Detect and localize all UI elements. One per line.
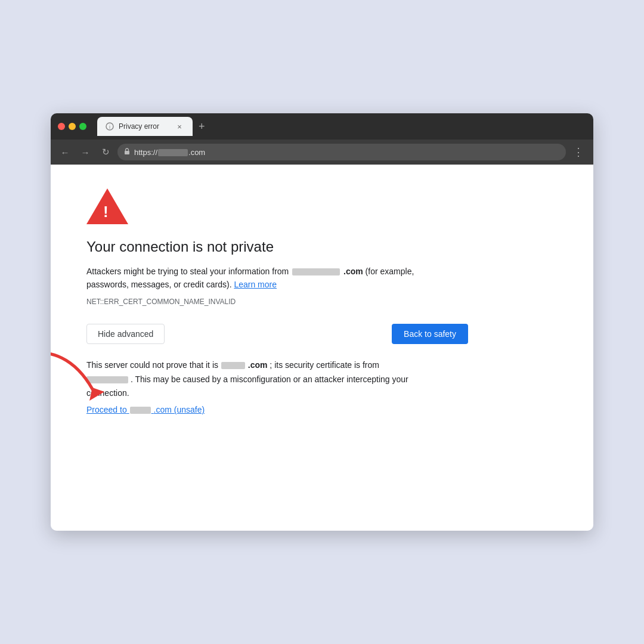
browser-menu-button[interactable]: ⋮ — [569, 143, 587, 161]
warning-icon: ! — [86, 188, 558, 227]
svg-text:i: i — [109, 124, 110, 130]
page-content: ! Your connection is not private Attacke… — [51, 165, 593, 531]
svg-rect-2 — [125, 151, 129, 154]
advanced-section: This server could not prove that it is .… — [86, 358, 444, 417]
url-redacted — [158, 149, 188, 156]
advanced-text: This server could not prove that it is .… — [86, 358, 444, 401]
new-tab-button[interactable]: + — [195, 119, 209, 134]
maximize-traffic-light[interactable] — [79, 123, 86, 130]
title-bar: i Privacy error × + — [51, 113, 593, 140]
browser-window: i Privacy error × + ← → ↻ — [51, 113, 593, 531]
server-domain-redacted — [221, 362, 245, 369]
domain-redacted — [292, 268, 340, 275]
forward-button[interactable]: → — [77, 144, 94, 160]
proceed-domain-redacted — [130, 407, 151, 414]
tab-favicon-icon: i — [106, 122, 114, 131]
tab-label: Privacy error — [119, 122, 170, 131]
learn-more-link[interactable]: Learn more — [234, 280, 277, 289]
red-arrow — [51, 347, 113, 411]
hide-advanced-button[interactable]: Hide advanced — [86, 324, 165, 344]
close-traffic-light[interactable] — [58, 123, 65, 130]
tab-bar: i Privacy error × + — [97, 117, 586, 136]
domain-suffix: .com — [343, 267, 363, 276]
minimize-traffic-light[interactable] — [69, 123, 76, 130]
back-to-safety-button[interactable]: Back to safety — [392, 324, 468, 344]
advanced-domain: .com — [248, 360, 268, 370]
traffic-lights — [58, 123, 86, 130]
lock-icon — [123, 147, 131, 157]
exclamation-mark: ! — [103, 204, 109, 219]
description-part1: Attackers might be trying to steal your … — [86, 267, 289, 276]
page-title: Your connection is not private — [86, 239, 558, 255]
address-bar[interactable]: https://.com — [117, 144, 566, 160]
page-description: Attackers might be trying to steal your … — [86, 265, 444, 292]
tab-close-button[interactable]: × — [175, 122, 184, 131]
url-text: https://.com — [134, 148, 205, 157]
button-row: Hide advanced Back to safety — [86, 324, 468, 344]
address-bar-row: ← → ↻ https://.com ⋮ — [51, 140, 593, 165]
active-tab[interactable]: i Privacy error × — [97, 117, 193, 136]
back-button[interactable]: ← — [57, 144, 73, 160]
reload-button[interactable]: ↻ — [97, 144, 114, 160]
error-code: NET::ERR_CERT_COMMON_NAME_INVALID — [86, 298, 558, 306]
warning-triangle: ! — [86, 188, 128, 224]
